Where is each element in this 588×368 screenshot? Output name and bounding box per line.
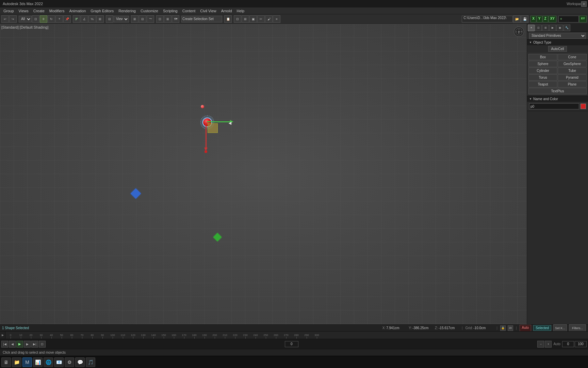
view-select[interactable]: View [114,16,129,22]
name-color-header[interactable]: Name and Color [527,96,588,102]
textplus-btn[interactable]: TextPlus [528,88,587,94]
snap-2d-btn[interactable]: 2D [508,325,513,331]
z-axis-btn[interactable]: Z [543,16,548,22]
teapot-btn[interactable]: Teapot [528,81,557,88]
object-type-header[interactable]: Object Type [527,40,588,45]
ribbon-btn[interactable]: ≡ [273,15,280,23]
move-btn[interactable]: ✛ [40,15,47,23]
isolate-btn[interactable]: ⊡ [234,15,241,23]
angle-snap[interactable]: ∠ [81,15,88,23]
zoom-minus-btn[interactable]: − [537,341,544,348]
primitive-type-select[interactable]: Standard Primitives [529,33,586,39]
next-frame-btn[interactable]: ▶ [24,341,31,348]
cross-sel-btn[interactable]: ✂ [257,15,265,23]
menu-create[interactable]: Create [31,8,47,14]
end-frame-input[interactable] [575,341,587,347]
taskbar-3dsmax[interactable]: M [22,357,32,367]
menu-scripting[interactable]: Scripting [161,8,180,14]
select-filter[interactable]: All [19,16,32,22]
current-frame-input[interactable] [285,341,298,347]
menu-group[interactable]: Group [1,8,16,14]
taskbar-app2[interactable]: 📊 [33,357,43,367]
wire-btn[interactable]: ⊞ [242,15,249,23]
curve-btn[interactable]: 〜 [147,15,154,23]
viewport[interactable]: [Standard] [Default Shading] [0,24,527,324]
taskbar-browser[interactable]: 🌐 [44,357,53,367]
percent-snap[interactable]: % [88,15,96,23]
gizmo-y-axis[interactable] [206,123,207,148]
set-key-btn[interactable]: Set K... [553,324,567,332]
taskbar-folder[interactable]: 📁 [12,357,21,367]
display-panel-btn[interactable]: ◉ [556,25,563,31]
undo-btn[interactable]: ↩ [1,15,9,23]
timeline-track[interactable]: 0 10 20 30 40 50 60 70 80 90 100 110 120… [5,332,588,339]
menu-customize[interactable]: Customize [138,8,160,14]
menu-civil-view[interactable]: Civil View [198,8,218,14]
place-btn[interactable]: 📌 [63,15,71,23]
hierarchy-panel-btn[interactable]: ⊞ [542,25,549,31]
menu-modifiers[interactable]: Modifiers [47,8,67,14]
schematic-btn[interactable]: ⊡ [156,15,164,23]
play-btn[interactable]: ▶ [16,341,23,348]
gizmo-x-axis[interactable] [207,121,231,122]
taskbar-settings[interactable]: ⚙ [65,357,74,367]
sphere-btn[interactable]: Sphere [528,61,557,67]
y-axis-btn[interactable]: Y [537,16,542,22]
taskbar-media[interactable]: 🎵 [86,357,95,367]
create-selection-input[interactable] [181,16,222,22]
open-file[interactable]: 📂 [513,15,521,23]
plane-btn[interactable]: Plane [558,81,587,88]
taskbar-file-explorer[interactable]: 🖥 [1,357,11,367]
paint-btn[interactable]: 🖌 [265,15,273,23]
lock-btn[interactable]: 🔒 [500,325,506,331]
material-btn[interactable]: ⊞ [164,15,172,23]
cylinder-btn[interactable]: Cylinder [528,67,557,74]
select-btn[interactable]: ⊡ [32,15,39,23]
timeline-collapse-btn[interactable]: ▶ [0,332,5,339]
box-btn[interactable]: Box [528,54,557,60]
save-file[interactable]: 💾 [521,15,528,23]
tube-btn[interactable]: Tube [558,67,587,74]
menu-views[interactable]: Views [17,8,31,14]
filter-btn[interactable]: Filters... [569,324,586,332]
motion-panel-btn[interactable]: ▶ [549,25,556,31]
go-start-btn[interactable]: |◀ [1,341,8,348]
object-name-input[interactable] [529,103,579,109]
object-color-swatch[interactable] [581,104,586,109]
redo-btn[interactable]: ↪ [9,15,17,23]
rotate-btn[interactable]: ↻ [48,15,55,23]
create-panel-btn[interactable]: ✦ [528,25,535,31]
snap-toggle[interactable]: 3ᴿ [73,15,80,23]
zoom-plus-btn[interactable]: + [545,341,552,348]
pyramid-btn[interactable]: Pyramid [558,74,587,81]
box-sel-btn[interactable]: ▣ [249,15,257,23]
menu-rendering[interactable]: Rendering [116,8,138,14]
scale-btn[interactable]: ⌖ [55,15,63,23]
autocell-btn[interactable]: AutoCell [548,46,567,52]
torus-btn[interactable]: Torus [528,74,557,81]
prev-frame-btn[interactable]: ◀ [9,341,16,348]
cone-btn[interactable]: Cone [558,54,587,60]
named-sel-btn[interactable]: 📋 [224,15,232,23]
spinner-snap[interactable]: ⊞ [96,15,104,23]
map-btn[interactable]: 🗺 [172,15,179,23]
modify-panel-btn[interactable]: ⊡ [535,25,542,31]
layer-btn[interactable]: ⊟ [139,15,146,23]
menu-arnold[interactable]: Arnold [219,8,234,14]
menu-content[interactable]: Content [180,8,198,14]
taskbar-chat[interactable]: 💬 [75,357,85,367]
utilities-panel-btn[interactable]: 🔧 [564,25,570,31]
menu-animation[interactable]: Animation [67,8,88,14]
xy-axis-btn[interactable]: XY [549,16,556,22]
gizmo-plane-handle[interactable] [208,123,218,133]
key-mode-btn[interactable]: ⊡ [39,341,46,348]
mirror-btn[interactable]: ⊟ [106,15,113,23]
xy2-btn[interactable]: XY [579,16,587,22]
auto-key-btn[interactable]: Auto [520,325,532,332]
align-btn[interactable]: ⊞ [131,15,138,23]
taskbar-mail[interactable]: 📧 [54,357,64,367]
viewport-compass[interactable]: T B L R [514,27,524,37]
x-axis-btn[interactable]: X [530,16,536,22]
go-end-btn[interactable]: ▶| [31,341,38,348]
start-frame-input[interactable] [562,341,574,347]
